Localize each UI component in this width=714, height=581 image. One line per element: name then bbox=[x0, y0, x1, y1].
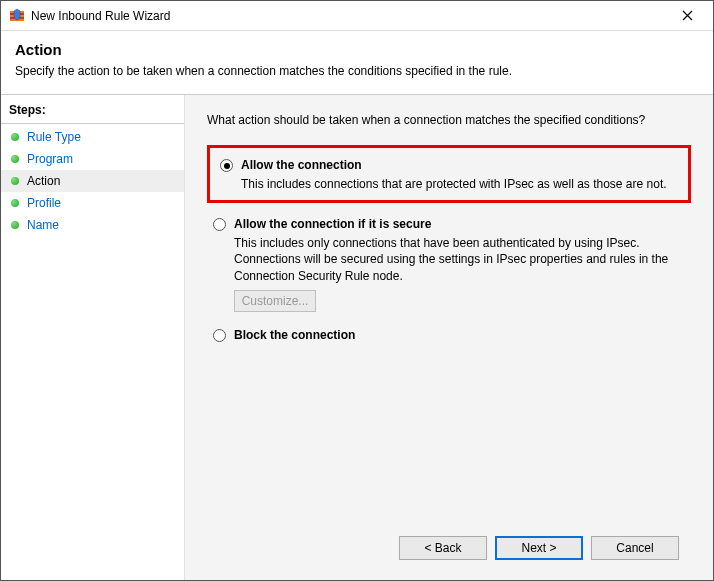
step-program[interactable]: Program bbox=[1, 148, 184, 170]
bullet-icon bbox=[11, 133, 19, 141]
step-label: Rule Type bbox=[27, 130, 81, 144]
steps-sidebar: Steps: Rule Type Program Action Profile … bbox=[1, 95, 185, 580]
customize-button: Customize... bbox=[234, 290, 316, 312]
footer-buttons: < Back Next > Cancel bbox=[207, 528, 691, 572]
step-label: Name bbox=[27, 218, 59, 232]
prompt-text: What action should be taken when a conne… bbox=[207, 113, 691, 127]
step-action[interactable]: Action bbox=[1, 170, 184, 192]
highlight-box: Allow the connection This includes conne… bbox=[207, 145, 691, 203]
step-name[interactable]: Name bbox=[1, 214, 184, 236]
option-allow-secure-desc: This includes only connections that have… bbox=[234, 235, 691, 284]
content-pane: What action should be taken when a conne… bbox=[185, 95, 713, 580]
page-heading: Action bbox=[15, 41, 699, 58]
bullet-icon bbox=[11, 221, 19, 229]
firewall-icon bbox=[9, 8, 25, 24]
close-button[interactable] bbox=[667, 2, 707, 30]
option-allow-secure-label[interactable]: Allow the connection if it is secure bbox=[234, 217, 431, 231]
step-profile[interactable]: Profile bbox=[1, 192, 184, 214]
option-block: Block the connection bbox=[207, 324, 691, 344]
option-allow-label[interactable]: Allow the connection bbox=[241, 158, 362, 172]
option-block-label[interactable]: Block the connection bbox=[234, 328, 355, 342]
step-rule-type[interactable]: Rule Type bbox=[1, 126, 184, 148]
radio-allow-secure[interactable] bbox=[213, 218, 226, 231]
step-label: Profile bbox=[27, 196, 61, 210]
option-allow-secure: Allow the connection if it is secure Thi… bbox=[207, 213, 691, 312]
body: Steps: Rule Type Program Action Profile … bbox=[1, 95, 713, 580]
next-button[interactable]: Next > bbox=[495, 536, 583, 560]
step-label: Program bbox=[27, 152, 73, 166]
option-allow-desc: This includes connections that are prote… bbox=[241, 176, 684, 192]
bullet-icon bbox=[11, 199, 19, 207]
radio-allow[interactable] bbox=[220, 159, 233, 172]
wizard-window: New Inbound Rule Wizard Action Specify t… bbox=[0, 0, 714, 581]
header: Action Specify the action to be taken wh… bbox=[1, 31, 713, 95]
bullet-icon bbox=[11, 177, 19, 185]
steps-title: Steps: bbox=[1, 99, 184, 124]
page-subtitle: Specify the action to be taken when a co… bbox=[15, 64, 699, 78]
bullet-icon bbox=[11, 155, 19, 163]
back-button[interactable]: < Back bbox=[399, 536, 487, 560]
option-allow: Allow the connection This includes conne… bbox=[214, 154, 684, 192]
cancel-button[interactable]: Cancel bbox=[591, 536, 679, 560]
radio-block[interactable] bbox=[213, 329, 226, 342]
step-label: Action bbox=[27, 174, 60, 188]
window-title: New Inbound Rule Wizard bbox=[31, 9, 667, 23]
titlebar: New Inbound Rule Wizard bbox=[1, 1, 713, 31]
